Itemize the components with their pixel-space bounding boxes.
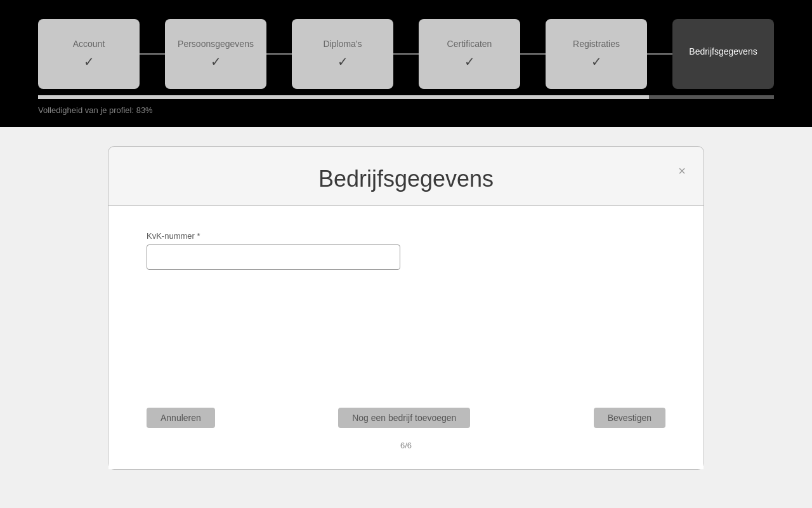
confirm-button[interactable]: Bevestigen <box>594 408 665 428</box>
step-certificaten[interactable]: Certificaten ✓ <box>419 19 520 89</box>
step-persoonsgegevens-check: ✓ <box>211 54 221 69</box>
step-account-label: Account <box>68 39 110 49</box>
lower-area: Bedrijfsgegevens × KvK-nummer * Annulere… <box>0 127 812 508</box>
kvk-field-group: KvK-nummer * <box>147 231 665 270</box>
step-persoonsgegevens[interactable]: Persoonsgegevens ✓ <box>165 19 266 89</box>
step-connector-1 <box>140 53 165 55</box>
step-certificaten-check: ✓ <box>464 54 475 69</box>
footer-buttons: Annuleren Nog een bedrijf toevoegen Beve… <box>147 408 665 428</box>
modal-body: KvK-nummer * <box>108 206 704 395</box>
step-registraties[interactable]: Registraties ✓ <box>546 19 647 89</box>
step-bedrijfsgegevens[interactable]: Bedrijfsgegevens <box>672 19 774 89</box>
add-another-button[interactable]: Nog een bedrijf toevoegen <box>338 408 470 428</box>
step-certificaten-label: Certificaten <box>442 39 497 49</box>
step-diplomas-label: Diploma's <box>318 39 367 49</box>
step-registraties-check: ✓ <box>591 54 602 69</box>
kvk-input[interactable] <box>147 244 400 270</box>
steps-nav: Account ✓ Persoonsgegevens ✓ Diploma's ✓… <box>38 13 774 95</box>
step-diplomas[interactable]: Diploma's ✓ <box>292 19 393 89</box>
step-connector-3 <box>393 53 419 55</box>
step-account-check: ✓ <box>84 54 95 69</box>
modal-header: Bedrijfsgegevens × <box>108 147 704 206</box>
modal-title: Bedrijfsgegevens <box>121 166 691 192</box>
modal-close-button[interactable]: × <box>678 164 686 177</box>
kvk-label: KvK-nummer * <box>147 231 665 241</box>
top-area: Account ✓ Persoonsgegevens ✓ Diploma's ✓… <box>0 0 812 99</box>
step-connector-4 <box>520 53 546 55</box>
step-diplomas-check: ✓ <box>337 54 348 69</box>
step-persoonsgegevens-label: Persoonsgegevens <box>173 39 259 49</box>
progress-bar-container <box>38 95 774 99</box>
step-registraties-label: Registraties <box>568 39 625 49</box>
step-bedrijfsgegevens-label: Bedrijfsgegevens <box>684 46 762 57</box>
step-account[interactable]: Account ✓ <box>38 19 140 89</box>
profile-completeness: Volledigheid van je profiel: 83% <box>0 99 812 121</box>
progress-bar-fill <box>38 95 649 99</box>
cancel-button[interactable]: Annuleren <box>147 408 215 428</box>
step-connector-2 <box>266 53 292 55</box>
step-connector-5 <box>647 53 672 55</box>
modal-bedrijfsgegevens: Bedrijfsgegevens × KvK-nummer * Annulere… <box>108 146 704 470</box>
page-indicator: 6/6 <box>400 441 412 450</box>
modal-footer: Annuleren Nog een bedrijf toevoegen Beve… <box>108 395 704 469</box>
